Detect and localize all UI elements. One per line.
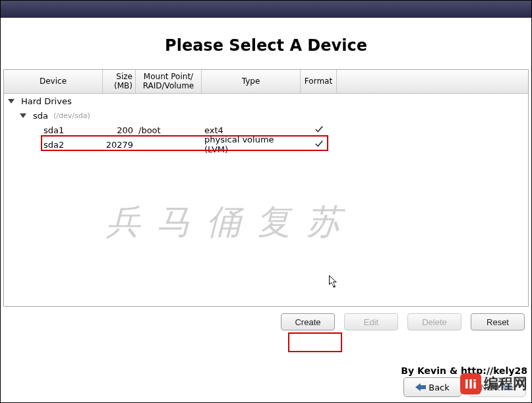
col-size[interactable]: Size (MB) bbox=[103, 70, 136, 93]
device-table: Device Size (MB) Mount Point/ RAID/Volum… bbox=[3, 69, 529, 307]
part-type: physical volume (LVM) bbox=[202, 135, 301, 154]
expand-icon[interactable] bbox=[7, 96, 16, 106]
next-label: Next bbox=[481, 383, 500, 392]
table-body: Hard Drives sda (/dev/sda) sda1 200 /boo… bbox=[4, 94, 528, 152]
arrow-right-icon bbox=[503, 383, 514, 391]
svg-marker-2 bbox=[415, 383, 426, 391]
window-titlebar bbox=[1, 1, 531, 18]
part-size: 20279 bbox=[103, 140, 136, 150]
arrow-left-icon bbox=[415, 383, 426, 391]
disk-name: sda bbox=[30, 111, 51, 121]
action-bar: Create Edit Delete Reset bbox=[3, 307, 529, 330]
tree-hard-drives[interactable]: Hard Drives bbox=[4, 94, 528, 108]
part-name: sda1 bbox=[41, 125, 103, 135]
svg-marker-3 bbox=[503, 383, 514, 391]
col-mount[interactable]: Mount Point/ RAID/Volume bbox=[136, 70, 202, 93]
delete-button: Delete bbox=[407, 313, 461, 330]
col-format[interactable]: Format bbox=[301, 70, 337, 93]
next-button[interactable]: Next bbox=[468, 377, 526, 397]
disk-path: (/dev/sda) bbox=[53, 111, 90, 120]
col-type[interactable]: Type bbox=[202, 70, 301, 93]
col-device[interactable]: Device bbox=[4, 70, 103, 93]
part-size: 200 bbox=[103, 125, 136, 135]
checkmark-icon bbox=[301, 139, 337, 150]
part-name: sda2 bbox=[41, 140, 103, 150]
table-header: Device Size (MB) Mount Point/ RAID/Volum… bbox=[4, 70, 528, 94]
client-area: Please Select A Device Device Size (MB) … bbox=[1, 18, 531, 402]
edit-button: Edit bbox=[344, 313, 398, 330]
svg-marker-1 bbox=[20, 113, 26, 118]
tree-disk[interactable]: sda (/dev/sda) bbox=[4, 108, 528, 123]
reset-button[interactable]: Reset bbox=[471, 313, 525, 330]
create-button[interactable]: Create bbox=[281, 313, 335, 330]
checkmark-icon bbox=[301, 125, 337, 136]
svg-marker-0 bbox=[8, 99, 15, 104]
back-button[interactable]: Back bbox=[403, 377, 461, 397]
credit-text: By Kevin & http://kely28 bbox=[401, 365, 527, 376]
expand-icon[interactable] bbox=[18, 111, 28, 120]
hard-drives-label: Hard Drives bbox=[18, 96, 74, 106]
nav-bar: Back Next bbox=[403, 377, 526, 397]
page-title: Please Select A Device bbox=[3, 18, 529, 69]
partition-row[interactable]: sda2 20279 physical volume (LVM) bbox=[4, 137, 528, 152]
part-mount: /boot bbox=[136, 125, 202, 135]
back-label: Back bbox=[429, 383, 450, 392]
part-type: ext4 bbox=[202, 125, 301, 135]
